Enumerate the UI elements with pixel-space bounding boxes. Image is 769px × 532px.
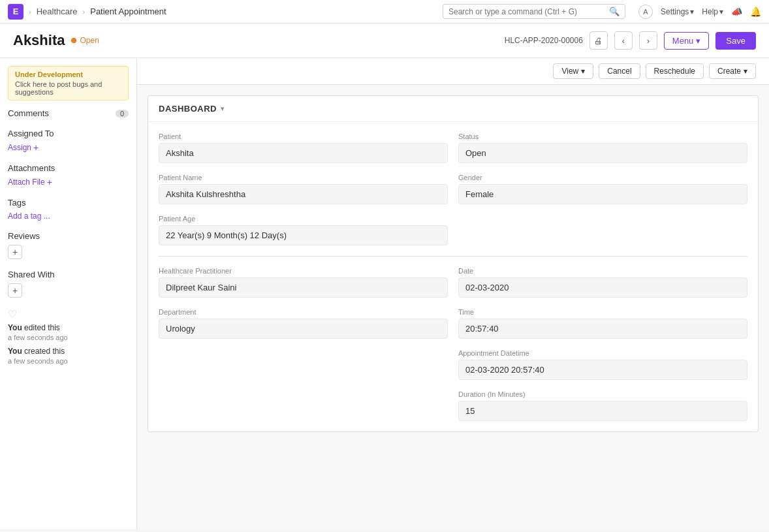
appointment-datetime-value: 02-03-2020 20:57:40	[458, 360, 747, 380]
comments-title: Comments	[8, 108, 49, 118]
avatar[interactable]: A	[638, 5, 653, 19]
breadcrumb-healthcare[interactable]: Healthcare	[37, 7, 78, 16]
top-nav: E › Healthcare › Patient Appointment 🔍 A…	[0, 0, 769, 23]
sidebar-comments: Comments 0	[8, 108, 129, 118]
date-label: Date	[458, 267, 747, 275]
gender-value: Female	[458, 184, 747, 204]
activity2-time: a few seconds ago	[8, 357, 129, 365]
attachments-title: Attachments	[8, 163, 55, 173]
view-button[interactable]: View ▾	[553, 63, 593, 79]
status-value: Open	[458, 143, 747, 163]
menu-button[interactable]: Menu ▾	[664, 32, 710, 50]
dashboard-header[interactable]: DASHBOARD ▾	[148, 96, 758, 122]
time-label: Time	[458, 308, 747, 316]
megaphone-icon[interactable]: 📣	[731, 7, 742, 17]
status-dot	[71, 38, 76, 43]
shared-with-header: Shared With	[8, 270, 129, 279]
assign-link[interactable]: Assign +	[8, 142, 129, 153]
settings-button[interactable]: Settings ▾	[661, 7, 694, 16]
duration-value[interactable]: 15	[458, 401, 747, 421]
patient-value: Akshita	[159, 143, 448, 163]
sidebar-assigned-to: Assigned To Assign +	[8, 129, 129, 153]
dev-banner[interactable]: Under Development Click here to post bug…	[8, 66, 129, 101]
reviews-add-button[interactable]: +	[8, 245, 22, 259]
comments-count: 0	[116, 110, 129, 117]
breadcrumb-chevron-1: ›	[29, 8, 31, 16]
department-field: Department Urology	[159, 308, 448, 339]
department-value: Urology	[159, 319, 448, 339]
tags-title: Tags	[8, 198, 25, 208]
patient-name-value: Akshita Kulshreshtha	[159, 184, 448, 204]
patient-label: Patient	[159, 133, 448, 140]
sidebar-shared-with: Shared With +	[8, 270, 129, 298]
breadcrumb-patient-appointment[interactable]: Patient Appointment	[90, 7, 166, 16]
duration-label: Duration (In Minutes)	[458, 390, 747, 398]
create-button[interactable]: Create ▾	[709, 63, 756, 79]
status-label: Open	[80, 36, 99, 45]
status-badge: Open	[71, 36, 99, 45]
heart-icon: ♡	[8, 308, 129, 321]
time-value: 20:57:40	[458, 319, 747, 339]
department-label: Department	[159, 308, 448, 316]
patient-info-grid: Patient Akshita Status Open Patient Name…	[148, 122, 758, 256]
gender-field: Gender Female	[458, 174, 747, 204]
toolbar: View ▾ Cancel Reschedule Create ▾	[137, 58, 769, 85]
header-right: HLC-APP-2020-00006 🖨 ‹ › Menu ▾ Save	[505, 31, 756, 50]
bell-icon[interactable]: 🔔	[750, 7, 761, 17]
patient-age-value: 22 Year(s) 9 Month(s) 12 Day(s)	[159, 225, 448, 245]
gender-label: Gender	[458, 174, 747, 181]
date-value: 02-03-2020	[458, 277, 747, 298]
breadcrumb-chevron-2: ›	[83, 8, 86, 16]
print-button[interactable]: 🖨	[589, 31, 608, 50]
cancel-button[interactable]: Cancel	[599, 63, 640, 79]
appointment-datetime-label: Appointment Datetime	[458, 349, 747, 357]
reviews-title: Reviews	[8, 231, 40, 241]
activity2-text: You created this	[8, 347, 129, 356]
main-layout: Under Development Click here to post bug…	[0, 58, 769, 529]
search-icon: 🔍	[609, 7, 620, 16]
sidebar-reviews: Reviews +	[8, 231, 129, 259]
sidebar-activity: ♡ You edited this a few seconds ago You …	[8, 308, 129, 365]
content-area: View ▾ Cancel Reschedule Create ▾ DASHBO…	[137, 58, 769, 529]
sidebar-tags: Tags Add a tag ...	[8, 198, 129, 221]
assigned-to-header: Assigned To	[8, 129, 129, 138]
reschedule-button[interactable]: Reschedule	[646, 63, 704, 79]
practitioner-field: Healthcare Practitioner Dilpreet Kaur Sa…	[159, 267, 448, 298]
sidebar-attachments: Attachments Attach File +	[8, 163, 129, 187]
comments-header: Comments 0	[8, 108, 129, 118]
appointment-datetime-field: Appointment Datetime 02-03-2020 20:57:40	[458, 349, 747, 380]
activity1-text: You edited this	[8, 323, 129, 332]
dashboard-chevron: ▾	[221, 104, 225, 113]
title-area: Akshita Open	[13, 32, 99, 49]
practitioner-label: Healthcare Practitioner	[159, 267, 448, 275]
duration-field: Duration (In Minutes) 15	[458, 390, 747, 421]
app-icon[interactable]: E	[8, 4, 24, 20]
status-field: Status Open	[458, 133, 747, 163]
dev-banner-text: Click here to post bugs and suggestions	[15, 80, 121, 96]
attach-plus-icon: +	[47, 177, 52, 187]
doc-id: HLC-APP-2020-00006	[505, 36, 583, 45]
tags-header: Tags	[8, 198, 129, 208]
search-input[interactable]	[448, 7, 609, 16]
help-button[interactable]: Help ▾	[702, 7, 723, 16]
add-tag-link[interactable]: Add a tag ...	[8, 211, 129, 221]
dev-banner-title: Under Development	[15, 70, 121, 78]
patient-age-field: Patient Age 22 Year(s) 9 Month(s) 12 Day…	[159, 215, 448, 245]
shared-with-add-button[interactable]: +	[8, 283, 22, 298]
patient-field: Patient Akshita	[159, 133, 448, 163]
assigned-to-title: Assigned To	[8, 129, 54, 138]
practitioner-value: Dilpreet Kaur Saini	[159, 277, 448, 298]
attach-file-link[interactable]: Attach File +	[8, 177, 129, 187]
activity1-time: a few seconds ago	[8, 334, 129, 341]
page-header: Akshita Open HLC-APP-2020-00006 🖨 ‹ › Me…	[0, 23, 769, 58]
attachments-header: Attachments	[8, 163, 129, 173]
dashboard-title: DASHBOARD	[159, 104, 217, 114]
search-box[interactable]: 🔍	[443, 4, 625, 19]
nav-right: A Settings ▾ Help ▾ 📣 🔔	[638, 5, 761, 19]
status-label: Status	[458, 133, 747, 140]
save-button[interactable]: Save	[715, 32, 756, 50]
appointment-info-grid: Healthcare Practitioner Dilpreet Kaur Sa…	[148, 257, 758, 431]
prev-button[interactable]: ‹	[614, 31, 633, 50]
next-button[interactable]: ›	[639, 31, 657, 50]
dashboard-section: DASHBOARD ▾ Patient Akshita Status Open …	[148, 95, 759, 432]
